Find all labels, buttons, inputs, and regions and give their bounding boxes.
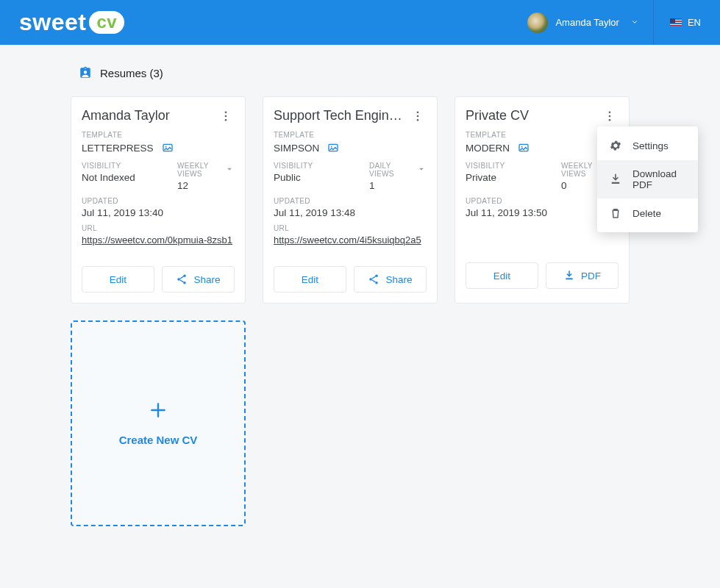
svg-point-5 — [184, 275, 186, 277]
gear-icon — [609, 139, 622, 152]
svg-point-12 — [331, 146, 332, 148]
svg-point-0 — [225, 111, 227, 113]
visibility-value: Public — [274, 172, 363, 183]
svg-point-10 — [417, 119, 419, 121]
share-label: Share — [385, 274, 412, 285]
edit-label: Edit — [493, 270, 510, 282]
menu-download-label: Download PDF — [632, 168, 686, 190]
avatar — [527, 12, 548, 33]
language-switcher[interactable]: EN — [654, 0, 701, 45]
menu-delete[interactable]: Delete — [597, 198, 698, 228]
logo-text: sweet — [19, 9, 86, 36]
create-new-label: Create New CV — [119, 434, 198, 446]
trash-icon — [609, 207, 622, 220]
resume-url-link[interactable]: https://sweetcv.com/4i5ksuiqbq2a5 — [274, 234, 427, 245]
updated-label: UPDATED — [82, 197, 235, 205]
template-value-row: SIMPSON — [274, 141, 427, 154]
edit-label: Edit — [302, 274, 318, 285]
views-selector[interactable]: WEEKLY VIEWS — [177, 162, 235, 178]
card-menu-button[interactable] — [601, 107, 619, 125]
svg-point-8 — [417, 111, 419, 113]
card-menu-button[interactable] — [409, 107, 427, 125]
template-label: TEMPLATE — [82, 131, 235, 139]
menu-download-pdf[interactable]: Download PDF — [597, 160, 698, 198]
plus-icon — [149, 401, 168, 423]
svg-rect-21 — [612, 182, 620, 184]
user-menu[interactable]: Amanda Taylor — [520, 0, 653, 45]
card-menu-button[interactable] — [217, 107, 235, 125]
resume-title: Support Tech Enginee… — [274, 107, 409, 124]
resume-card: Amanda Taylor TEMPLATE LETTERPRESS VISIB… — [71, 96, 246, 304]
views-selector[interactable]: DAILY VIEWS — [369, 162, 427, 178]
template-name: MODERN — [466, 143, 510, 154]
resume-card: Support Tech Enginee… TEMPLATE SIMPSON V… — [263, 96, 438, 304]
triangle-down-icon — [224, 164, 235, 176]
visibility-value: Private — [466, 172, 555, 183]
menu-settings[interactable]: Settings — [597, 131, 698, 160]
svg-point-13 — [376, 275, 378, 277]
edit-label: Edit — [110, 274, 126, 285]
download-icon — [563, 270, 575, 282]
svg-point-15 — [376, 282, 378, 284]
share-icon — [368, 273, 379, 285]
page-title: Resumes (3) — [100, 67, 163, 79]
logo[interactable]: sweet cv — [19, 9, 124, 36]
edit-button[interactable]: Edit — [466, 262, 538, 289]
cards-grid: Amanda Taylor TEMPLATE LETTERPRESS VISIB… — [71, 96, 649, 526]
svg-point-6 — [178, 278, 180, 280]
edit-button[interactable]: Edit — [274, 266, 346, 293]
chevron-down-icon — [631, 17, 638, 28]
flag-us-icon — [670, 18, 682, 26]
url-label: URL — [274, 224, 427, 232]
svg-point-18 — [609, 119, 611, 121]
page-title-row: Resumes (3) — [78, 65, 649, 80]
visibility-value: Not Indexed — [82, 172, 171, 183]
image-icon — [161, 141, 174, 154]
share-button[interactable]: Share — [354, 266, 427, 293]
resume-card: Private CV TEMPLATE MODERN VISIBILITY Pr… — [455, 96, 630, 304]
svg-point-4 — [165, 146, 166, 148]
header-right: Amanda Taylor EN — [520, 0, 701, 45]
visibility-label: VISIBILITY — [274, 162, 363, 170]
svg-point-17 — [609, 115, 611, 118]
visibility-label: VISIBILITY — [82, 162, 171, 170]
menu-settings-label: Settings — [632, 140, 669, 151]
updated-value: Jul 11, 2019 13:40 — [82, 207, 235, 218]
resume-title: Private CV — [466, 107, 529, 124]
image-icon — [517, 141, 530, 154]
edit-button[interactable]: Edit — [82, 266, 154, 293]
template-value-row: LETTERPRESS — [82, 141, 235, 154]
template-name: SIMPSON — [274, 143, 319, 154]
updated-label: UPDATED — [466, 197, 619, 205]
svg-point-16 — [609, 111, 611, 113]
svg-point-20 — [521, 146, 523, 148]
url-label: URL — [82, 224, 235, 232]
resume-title: Amanda Taylor — [82, 107, 170, 124]
svg-point-14 — [370, 278, 372, 280]
app-header: sweet cv Amanda Taylor EN — [0, 0, 720, 45]
triangle-down-icon — [416, 164, 427, 176]
user-name: Amanda Taylor — [555, 17, 619, 28]
resume-url-link[interactable]: https://sweetcv.com/0kpmuia-8zsb1 — [82, 234, 235, 245]
logo-pill: cv — [89, 11, 124, 34]
pdf-button[interactable]: PDF — [546, 262, 619, 289]
updated-label: UPDATED — [274, 197, 427, 205]
share-button[interactable]: Share — [162, 266, 235, 293]
views-type-label: WEEKLY VIEWS — [177, 162, 223, 178]
views-count: 12 — [177, 180, 235, 191]
svg-point-1 — [225, 115, 227, 118]
create-new-cv-card[interactable]: Create New CV — [71, 320, 246, 526]
pdf-label: PDF — [581, 270, 601, 282]
visibility-label: VISIBILITY — [466, 162, 555, 170]
updated-value: Jul 11, 2019 13:50 — [466, 207, 619, 218]
views-count: 1 — [369, 180, 427, 191]
resume-folder-icon — [78, 65, 93, 80]
svg-point-9 — [417, 115, 419, 118]
image-icon — [327, 141, 340, 154]
card-context-menu: Settings Download PDF Delete — [597, 126, 698, 232]
language-code: EN — [688, 17, 701, 28]
template-label: TEMPLATE — [466, 131, 619, 139]
share-icon — [176, 273, 188, 285]
updated-value: Jul 11, 2019 13:48 — [274, 207, 427, 218]
main-content: Resumes (3) Amanda Taylor TEMPLATE LETTE… — [0, 45, 720, 526]
